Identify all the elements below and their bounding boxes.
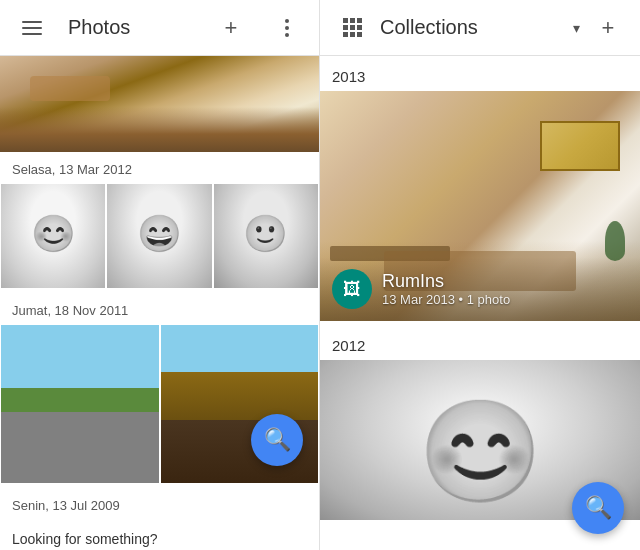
room-wall-art: [540, 121, 620, 171]
building-photo-1: [1, 325, 159, 483]
collection-name-rumins: RumIns: [382, 271, 510, 292]
collection-meta-rumins: 13 Mar 2013 • 1 photo: [382, 292, 510, 307]
collection-icon-glyph: 🖼: [343, 279, 361, 300]
child-photo-2: [107, 184, 211, 288]
looking-box: Looking for something? Search by people,…: [0, 519, 319, 550]
hamburger-icon: [22, 21, 42, 35]
child-photo-1: [1, 184, 105, 288]
photo-grid-2012: [0, 183, 319, 293]
left-panel: Selasa, 13 Mar 2012 Jumat, 18 Nov 2011: [0, 56, 320, 550]
child-photo-3: [214, 184, 318, 288]
featured-top-image: [0, 56, 319, 152]
collection-icon-rumins: 🖼: [332, 269, 372, 309]
left-panel-header: Photos +: [0, 0, 320, 55]
photo-cell-child-1[interactable]: [1, 184, 105, 288]
search-fab-left[interactable]: 🔍: [251, 414, 303, 466]
add-collection-icon: +: [602, 15, 615, 41]
year-label-2012: 2012: [320, 325, 640, 360]
three-dots-icon: [285, 19, 289, 37]
top-bar: Photos + Collections ▾ +: [0, 0, 640, 56]
photo-cell-child-3[interactable]: [214, 184, 318, 288]
section-label-2012: Selasa, 13 Mar 2012: [0, 152, 319, 183]
section-label-2009: Senin, 13 Jul 2009: [0, 488, 319, 519]
featured-top-img-bg: [0, 56, 319, 152]
right-panel-header: Collections ▾ +: [320, 0, 640, 55]
collection-text-rumins: RumIns 13 Mar 2013 • 1 photo: [382, 271, 510, 307]
right-panel: 2013 🖼 RumIns 13 Mar 2013 • 1 photo 2012: [320, 56, 640, 550]
add-collection-button[interactable]: +: [588, 8, 628, 48]
collections-title: Collections: [380, 16, 565, 39]
grid-view-button[interactable]: [332, 8, 372, 48]
search-fab-right-icon: 🔍: [585, 495, 612, 521]
grid-icon: [343, 18, 362, 37]
search-fab-left-icon: 🔍: [264, 427, 291, 453]
more-options-button[interactable]: [267, 8, 307, 48]
room-plant: [605, 221, 625, 261]
hamburger-button[interactable]: [12, 8, 52, 48]
photo-cell-building-1[interactable]: [1, 325, 159, 483]
photo-cell-child-2[interactable]: [107, 184, 211, 288]
collection-info-rumins: 🖼 RumIns 13 Mar 2013 • 1 photo: [320, 257, 640, 321]
collection-card-rumins[interactable]: 🖼 RumIns 13 Mar 2013 • 1 photo: [320, 91, 640, 321]
main-content: Selasa, 13 Mar 2012 Jumat, 18 Nov 2011: [0, 56, 640, 550]
add-photo-button[interactable]: +: [211, 8, 251, 48]
app-title: Photos: [68, 16, 195, 39]
collections-dropdown-arrow[interactable]: ▾: [573, 20, 580, 36]
looking-title: Looking for something?: [12, 531, 307, 547]
search-fab-right[interactable]: 🔍: [572, 482, 624, 534]
year-label-2013: 2013: [320, 56, 640, 91]
section-label-2011: Jumat, 18 Nov 2011: [0, 293, 319, 324]
plus-icon: +: [225, 15, 238, 41]
